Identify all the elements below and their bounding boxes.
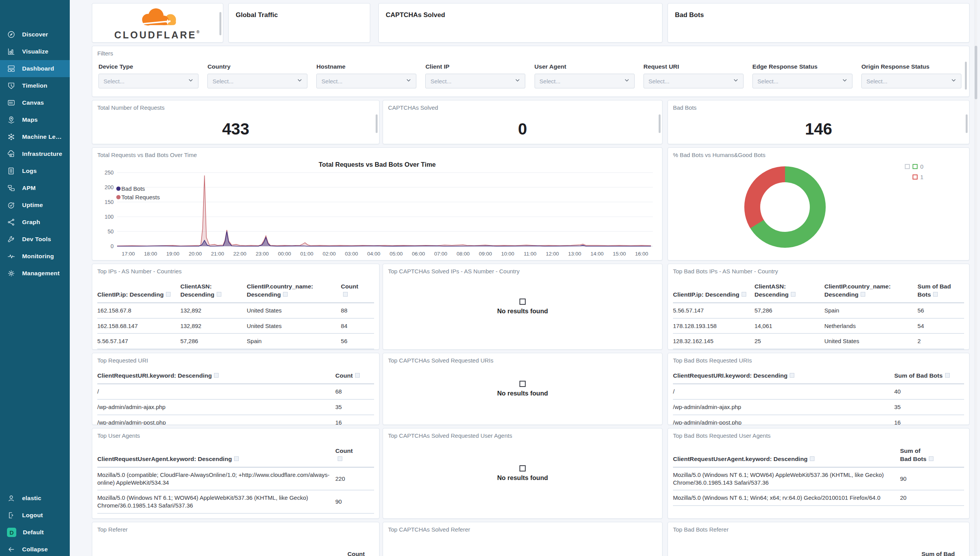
- sidebar-item-uptime[interactable]: Uptime: [0, 197, 70, 214]
- table-row[interactable]: 178.128.193.15814,061Netherlands54: [673, 318, 964, 334]
- table-row[interactable]: /wp-admin/admin-ajax.php35: [97, 399, 374, 415]
- page-scrollbar-thumb[interactable]: [975, 46, 977, 99]
- filter-select[interactable]: Select...: [861, 74, 961, 88]
- column-header[interactable]: Count: [335, 370, 374, 384]
- panel-scrollbar[interactable]: [376, 114, 378, 133]
- filter-select[interactable]: Select...: [425, 74, 525, 88]
- table-row[interactable]: Mozilla/5.0 (Windows NT 6.1; WOW64) Appl…: [97, 490, 374, 513]
- donut-chart[interactable]: [744, 166, 826, 248]
- sort-square-icon[interactable]: [933, 292, 938, 297]
- sidebar-item-logout[interactable]: Logout: [0, 507, 70, 524]
- table-row[interactable]: /wp-admin/admin-ajax.php35: [673, 399, 964, 415]
- column-header[interactable]: ClientIP.country_name: Descending: [825, 280, 918, 303]
- column-header[interactable]: ClientIP.ip: Descending: [673, 280, 754, 303]
- column-header[interactable]: Sum of Bad: [894, 548, 964, 556]
- sidebar-item-maps[interactable]: Maps: [0, 111, 70, 128]
- table-row[interactable]: 5.56.57.14757,286Spain56: [97, 333, 374, 349]
- sidebar-item-graph[interactable]: Graph: [0, 214, 70, 231]
- column-header[interactable]: ClientIP.country_name: Descending: [247, 280, 341, 303]
- sidebar-item-dev-tools[interactable]: Dev Tools: [0, 231, 70, 248]
- sort-square-icon[interactable]: [217, 292, 221, 297]
- filter-select[interactable]: Select...: [98, 74, 198, 88]
- sort-square-icon[interactable]: [945, 373, 950, 378]
- sidebar-item-user[interactable]: elastic: [0, 490, 70, 507]
- table-cell: /wp-admin/admin-ajax.php: [97, 399, 335, 415]
- table-row[interactable]: Mozilla/5.0 (Windows NT 6.1; Win64; x64;…: [673, 490, 964, 506]
- top-referer-table: Count: [97, 548, 374, 556]
- sidebar-item-canvas[interactable]: Canvas: [0, 94, 70, 111]
- sort-square-icon[interactable]: [861, 292, 865, 297]
- filter-select[interactable]: Select...: [207, 74, 307, 88]
- column-header[interactable]: Sum ofBad Bots: [900, 445, 964, 467]
- sort-square-icon[interactable]: [810, 456, 814, 461]
- sort-square-icon[interactable]: [790, 373, 794, 378]
- table-row[interactable]: /40: [673, 384, 964, 399]
- sidebar-item-monitoring[interactable]: Monitoring: [0, 248, 70, 265]
- sidebar-item-machine-learning[interactable]: Machine Le…: [0, 128, 70, 145]
- sort-square-icon[interactable]: [791, 292, 795, 297]
- legend-item[interactable]: 1: [913, 174, 923, 180]
- sidebar-item-default-space[interactable]: D Default: [0, 524, 70, 541]
- sort-square-icon[interactable]: [166, 292, 171, 297]
- sidebar-item-apm[interactable]: APM: [0, 180, 70, 197]
- column-header[interactable]: ClientRequestURI.keyword: Descending: [673, 370, 894, 384]
- table-cell: 5.56.57.147: [673, 303, 754, 318]
- sidebar-item-collapse[interactable]: Collapse: [0, 541, 70, 556]
- column-header[interactable]: ClientASN: Descending: [754, 280, 824, 303]
- sidebar-item-management[interactable]: Management: [0, 265, 70, 282]
- column-header[interactable]: ClientRequestURI.keyword: Descending: [97, 370, 335, 384]
- column-header[interactable]: Sum of Bad Bots: [918, 280, 964, 303]
- column-header[interactable]: ClientASN: Descending: [180, 280, 247, 303]
- table-row[interactable]: 162.158.67.8132,892United States88: [97, 303, 374, 318]
- sort-square-icon[interactable]: [283, 292, 288, 297]
- svg-text:150: 150: [105, 199, 114, 205]
- filter-edge-response-status: Edge Response StatusSelect...: [752, 63, 852, 88]
- legend-filter-square-icon[interactable]: [905, 164, 910, 169]
- table-row[interactable]: 162.158.68.147132,892United States84: [97, 318, 374, 334]
- panel-top-uri: Top Requested URI ClientRequestURI.keywo…: [92, 353, 380, 425]
- sort-square-icon[interactable]: [929, 456, 933, 461]
- legend-item[interactable]: 0: [905, 163, 923, 170]
- column-header[interactable]: Count: [335, 445, 374, 467]
- column-header[interactable]: Sum of Bad Bots: [894, 370, 964, 384]
- column-header[interactable]: ClientRequestUserAgent.keyword: Descendi…: [97, 445, 335, 467]
- sidebar-item-timelion[interactable]: Timelion: [0, 77, 70, 94]
- column-header[interactable]: ClientIP.ip: Descending: [97, 280, 180, 303]
- sidebar-item-infrastructure[interactable]: Infrastructure: [0, 145, 70, 162]
- filter-select[interactable]: Select...: [316, 74, 416, 88]
- filter-select[interactable]: Select...: [535, 74, 635, 88]
- sort-square-icon[interactable]: [338, 456, 342, 461]
- table-row[interactable]: /wp-admin/admin-post.php16: [97, 415, 374, 425]
- panel-metric-captchas-solved: CAPTCHAs Solved 0: [383, 100, 663, 144]
- column-header[interactable]: [97, 548, 335, 556]
- legend-item[interactable]: Total Requests: [116, 193, 160, 201]
- panel-scrollbar[interactable]: [965, 62, 967, 90]
- column-header[interactable]: ClientRequestUserAgent.keyword: Descendi…: [673, 445, 900, 467]
- table-row[interactable]: Mozilla/5.0 (compatible; CloudFlare-Alwa…: [97, 467, 374, 490]
- table-row[interactable]: /wp-admin/admin-post.php16: [673, 415, 964, 425]
- legend-item[interactable]: Bad Bots: [116, 184, 160, 193]
- column-header[interactable]: Count: [341, 280, 374, 303]
- table-row[interactable]: 5.56.57.14757,286Spain56: [673, 303, 964, 318]
- line-chart[interactable]: 05010015020025017:0018:0019:0020:0021:00…: [97, 170, 658, 260]
- table-row[interactable]: 128.32.162.14525United States2: [673, 333, 964, 349]
- column-header[interactable]: [673, 548, 894, 556]
- sidebar-item-dashboard[interactable]: Dashboard: [0, 60, 70, 77]
- sort-square-icon[interactable]: [343, 292, 348, 297]
- column-header[interactable]: Count: [335, 548, 374, 556]
- panel-scrollbar[interactable]: [966, 114, 968, 133]
- table-row[interactable]: /68: [97, 384, 374, 399]
- sort-square-icon[interactable]: [742, 292, 746, 297]
- logs-icon: [7, 167, 16, 175]
- sidebar-item-discover[interactable]: Discover: [0, 26, 70, 43]
- sort-square-icon[interactable]: [355, 373, 360, 378]
- sidebar-item-visualize[interactable]: Visualize: [0, 43, 70, 60]
- sort-square-icon[interactable]: [214, 373, 219, 378]
- panel-scrollbar[interactable]: [659, 114, 661, 133]
- sort-square-icon[interactable]: [234, 456, 239, 461]
- sidebar-item-logs[interactable]: Logs: [0, 162, 70, 180]
- table-row[interactable]: Mozilla/5.0 (Windows NT 6.1; WOW64) Appl…: [673, 467, 964, 490]
- filter-select[interactable]: Select...: [752, 74, 852, 88]
- panel-scrollbar[interactable]: [219, 12, 221, 35]
- filter-select[interactable]: Select...: [644, 74, 744, 88]
